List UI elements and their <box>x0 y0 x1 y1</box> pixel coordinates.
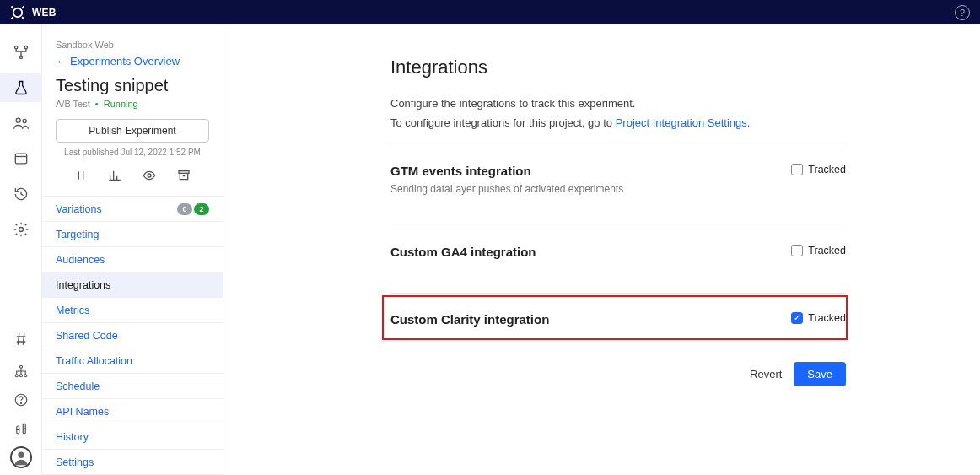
project-integration-settings-link[interactable]: Project Integration Settings <box>616 116 747 129</box>
results-icon[interactable] <box>108 169 121 182</box>
nav-item-variations[interactable]: Variations02 <box>42 197 223 222</box>
tracked-label: Tracked <box>808 164 846 175</box>
tracked-toggle[interactable]: ✓Tracked <box>791 312 846 324</box>
integration-row: Custom Clarity integration✓Tracked <box>390 297 846 327</box>
svg-point-0 <box>13 8 23 17</box>
svg-point-9 <box>15 375 18 377</box>
rail-experiments-icon[interactable] <box>0 73 42 102</box>
badge-green: 2 <box>194 203 209 215</box>
rail-hash-icon[interactable] <box>0 325 42 354</box>
svg-point-2 <box>24 46 27 49</box>
revert-button[interactable]: Revert <box>750 368 782 381</box>
nav-item-label: Variations <box>56 203 102 215</box>
nav-item-label: Shared Code <box>56 330 118 342</box>
integration-block: Custom Clarity integration✓Tracked <box>382 295 848 340</box>
logo-icon <box>10 5 25 20</box>
nav-item-audiences[interactable]: Audiences <box>42 247 223 273</box>
experiment-title: Testing snippet <box>56 76 209 95</box>
nav-item-metrics[interactable]: Metrics <box>42 298 223 323</box>
nav-item-label: Integrations <box>56 279 110 291</box>
tracked-toggle[interactable]: Tracked <box>791 245 846 256</box>
svg-point-7 <box>19 228 23 232</box>
tracked-toggle[interactable]: Tracked <box>791 164 846 175</box>
experiment-status: Running <box>104 99 138 109</box>
nav-item-api-names[interactable]: API Names <box>42 399 223 424</box>
checkbox-icon[interactable] <box>791 164 803 175</box>
svg-point-3 <box>19 56 22 58</box>
integration-title: Custom GA4 integration <box>390 245 536 259</box>
nav-item-history[interactable]: History <box>42 424 223 450</box>
top-bar: WEB ? <box>0 0 980 24</box>
nav-item-label: Traffic Allocation <box>56 355 132 367</box>
nav-item-schedule[interactable]: Schedule <box>42 374 223 399</box>
integration-block: GTM events integrationSending dataLayer … <box>390 148 863 210</box>
arrow-left-icon: ← <box>56 55 67 67</box>
experiment-type: A/B Test <box>56 99 90 109</box>
rail-lab-icon[interactable] <box>0 418 42 440</box>
checkbox-icon[interactable] <box>791 245 803 256</box>
rail-history-icon[interactable] <box>0 180 42 208</box>
avatar-icon[interactable] <box>10 446 32 468</box>
archive-icon[interactable] <box>177 169 191 182</box>
integration-row: Custom GA4 integrationTracked <box>390 229 846 259</box>
nav-item-targeting[interactable]: Targeting <box>42 222 223 247</box>
integration-title: GTM events integration <box>390 164 623 178</box>
quick-actions <box>42 160 223 191</box>
svg-rect-6 <box>15 154 26 164</box>
nav-item-settings[interactable]: Settings <box>42 450 223 475</box>
nav-item-label: Metrics <box>56 305 89 316</box>
period: . <box>747 116 751 129</box>
side-panel: Sandbox Web ← Experiments Overview Testi… <box>42 24 223 475</box>
page-desc-2: To configure integrations for this proje… <box>390 116 863 129</box>
nav-item-label: Settings <box>56 456 94 468</box>
svg-rect-18 <box>179 171 189 174</box>
help-icon[interactable]: ? <box>955 5 970 20</box>
rail-tree-icon[interactable] <box>0 360 42 382</box>
nav-item-label: Schedule <box>56 381 100 392</box>
rail-flows-icon[interactable] <box>0 38 42 67</box>
nav-item-label: Targeting <box>56 229 99 240</box>
svg-point-1 <box>14 46 17 49</box>
nav-item-label: API Names <box>56 406 109 418</box>
checkbox-icon[interactable]: ✓ <box>791 312 803 324</box>
publish-button[interactable]: Publish Experiment <box>56 119 209 143</box>
integration-row: GTM events integrationSending dataLayer … <box>390 148 846 195</box>
experiment-meta: A/B Test • Running <box>56 99 209 109</box>
nav-item-traffic-allocation[interactable]: Traffic Allocation <box>42 348 223 374</box>
save-button[interactable]: Save <box>794 362 846 386</box>
rail-pages-icon[interactable] <box>0 144 42 173</box>
side-nav: Variations02TargetingAudiencesIntegratio… <box>42 196 223 475</box>
svg-point-13 <box>20 402 21 403</box>
preview-icon[interactable] <box>142 169 157 182</box>
integration-title: Custom Clarity integration <box>390 312 549 327</box>
svg-point-5 <box>23 119 26 122</box>
product-name: WEB <box>32 7 57 19</box>
project-name: Sandbox Web <box>56 40 209 50</box>
back-link[interactable]: ← Experiments Overview <box>56 55 209 67</box>
divider <box>390 293 846 294</box>
page-desc-2-pre: To configure integrations for this proje… <box>390 116 616 129</box>
svg-point-17 <box>148 174 151 177</box>
tracked-label: Tracked <box>808 245 846 256</box>
nav-item-label: History <box>56 431 89 443</box>
nav-item-label: Audiences <box>56 254 105 266</box>
icon-rail <box>0 24 42 475</box>
svg-point-10 <box>19 375 22 377</box>
svg-point-11 <box>24 375 26 377</box>
tracked-label: Tracked <box>808 312 846 324</box>
back-link-label: Experiments Overview <box>70 55 180 67</box>
svg-point-16 <box>18 452 24 458</box>
rail-settings-icon[interactable] <box>0 215 42 244</box>
rail-audiences-icon[interactable] <box>0 109 42 138</box>
svg-point-4 <box>16 118 20 122</box>
main-content: Integrations Configure the integrations … <box>223 24 980 475</box>
badge-gray: 0 <box>177 203 192 215</box>
pause-icon[interactable] <box>74 169 88 182</box>
nav-item-shared-code[interactable]: Shared Code <box>42 323 223 348</box>
last-published: Last published Jul 12, 2022 1:52 PM <box>42 148 223 157</box>
page-title: Integrations <box>390 57 863 78</box>
rail-help2-icon[interactable] <box>0 389 42 411</box>
nav-item-integrations[interactable]: Integrations <box>42 273 223 298</box>
integration-desc: Sending dataLayer pushes of activated ex… <box>390 183 623 195</box>
page-desc-1: Configure the integrations to track this… <box>390 97 863 110</box>
